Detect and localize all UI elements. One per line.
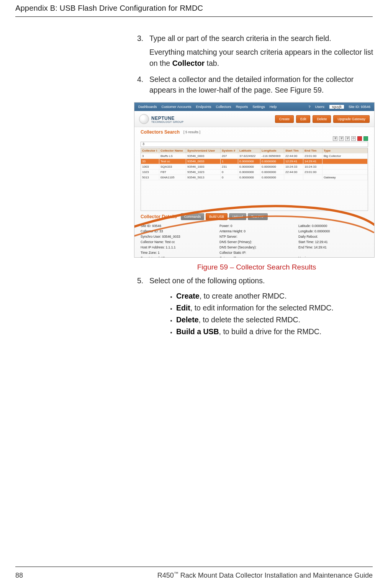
table-cell: SQA333 [159,164,186,169]
step-4: Select a collector and the detailed info… [134,74,379,96]
detail-field: Antenna Height: 0 [219,229,289,233]
table-cell [323,164,368,169]
sort-desc-icon[interactable]: ⧩ [345,136,350,141]
neptune-logo-icon [139,114,149,124]
edit-button[interactable]: Edit [296,115,311,123]
detail-field: Synchro User: 93546_0033 [141,235,210,238]
page-header-title: Appendix B: USB Flash Drive Configuratio… [15,4,373,13]
step-5-text: Select one of the following options. [149,276,265,285]
table-cell: 3 [141,153,159,158]
step-4-text: Select a collector and the detailed info… [149,75,354,94]
export-green-icon[interactable] [363,136,368,141]
table-cell: 22:44:00 [284,169,303,175]
table-cell: 1003 [141,164,159,169]
table-cell: 23:01:00 [303,153,323,158]
collectors-search-header: Collectors Search [ 5 results ] [134,127,374,136]
table-row[interactable]: 33Test cc93546_003310.00000000.000000012… [141,158,368,164]
table-cell: 93546_5013 [186,175,221,180]
filter-icon[interactable]: ⧩ [333,136,337,141]
numbered-steps: Type all or part of the search criteria … [134,33,379,95]
col-sync-user[interactable]: Synchronized User [186,148,221,153]
table-cell: 0.0000000 [260,169,284,175]
footer-rule [15,567,373,567]
detail-field: Site ID: 93546 [141,224,210,228]
option-create: Create, to create another RMDC. [176,290,379,302]
step-3-bold-collector: Collector [172,59,205,67]
step-3: Type all or part of the search criteria … [134,33,379,69]
col-longitude[interactable]: Longitude [260,148,284,153]
table-cell: -116.9856969 [260,153,284,158]
nav-collectors[interactable]: Collectors [216,105,231,109]
table-cell: 231 [221,164,238,169]
nav-dashboards[interactable]: Dashboards [138,105,157,109]
table-row[interactable]: 1003SQA33393546_10032310.00000000.000000… [141,164,368,169]
commands-button[interactable]: Commands [181,213,204,220]
table-cell: 22:44:00 [284,153,303,158]
grid-empty-space [141,180,368,211]
delete-button[interactable]: Delete [313,115,331,123]
table-cell: 0 [221,175,238,180]
sort-asc-icon[interactable]: ⧩ [339,136,344,141]
col-latitude[interactable]: Latitude [238,148,260,153]
step-3-line1: Type all or part of the search criteria … [149,34,331,42]
guide-title-model: R450 [157,572,174,579]
table-cell: FBT [159,169,186,175]
table-cell: 0.0000000 [238,158,260,164]
table-cell: Big Collector [323,153,368,158]
table-cell: 33 [141,158,159,164]
detail-field: Collector Name: Test cc [141,240,210,244]
table-row[interactable]: 1023FBT93546_102300.00000000.000000022:4… [141,169,368,175]
col-collector-name[interactable]: Collector Name [159,148,186,153]
screenshot-logo-row: NEPTUNE TECHNOLOGY GROUP Create Edit Del… [134,111,374,127]
col-type[interactable]: Type [323,148,368,153]
nav-help-icon[interactable]: ? [308,105,310,109]
test-ftp-button[interactable]: Test FTP [248,213,268,220]
option-delete-bold: Delete [176,315,199,324]
header-rule [15,16,373,17]
detail-field: Latitude: 0.0000000 [298,224,368,228]
table-cell: 5013 [141,175,159,180]
detail-field: DNS Server (Primary): [219,240,289,244]
collector-details-block: Collector Details Commands Build USB Upl… [134,213,374,258]
option-edit-text: , to edit information for the selected R… [190,304,334,312]
search-input[interactable]: 3 [141,142,368,147]
table-cell [323,158,368,164]
detail-field: Longitude: 0.0000000 [298,229,368,233]
col-system[interactable]: System # [221,148,238,153]
col-collector-id[interactable]: Collector I [141,148,159,153]
nav-site-id: Site ID: 93546 [349,105,370,109]
refresh-icon[interactable]: ⟳ [351,136,356,141]
table-cell: 0.0000000 [238,164,260,169]
nav-user-label: Users: [315,105,325,109]
neptune-logo-sub: TECHNOLOGY GROUP [151,121,184,123]
col-start-time[interactable]: Start Tim [284,148,303,153]
nav-user-dropdown[interactable]: sguyjk [329,105,344,109]
page-number: 88 [15,572,23,580]
create-button[interactable]: Create [275,115,294,123]
export-red-icon[interactable] [357,136,362,141]
detail-field: Start Time: 12:29:41 [298,240,368,244]
nav-endpoints[interactable]: Endpoints [196,105,211,109]
collectors-search-title: Collectors Search [141,129,180,135]
detail-field: Version: [298,256,368,258]
table-row[interactable]: 3Bluffs LS93546_000320737.8224922-116.98… [141,153,368,158]
upgrade-gateway-button[interactable]: Upgrade Gateway [333,115,370,123]
collector-details-columns: Site ID: 93546Power: 0Latitude: 0.000000… [141,224,368,258]
collectors-grid: Collector I Collector Name Synchronized … [141,148,368,211]
nav-reports[interactable]: Reports [236,105,248,109]
option-create-bold: Create [176,292,200,300]
table-row[interactable]: 5013004A110593546_501300.00000000.000000… [141,175,368,180]
option-edit-bold: Edit [176,304,190,312]
step-3-post: tab. [205,59,219,67]
upload-button[interactable]: Upload [229,213,246,220]
build-usb-button[interactable]: Build USB [206,213,228,220]
detail-field: NTP Server: [219,235,289,238]
nav-customer-accounts[interactable]: Customer Accounts [162,105,192,109]
col-end-time[interactable]: End Tim [303,148,323,153]
nav-help[interactable]: Help [270,105,277,109]
guide-title: R450™ Rack Mount Data Collector Installa… [157,571,373,580]
table-cell: 1 [221,158,238,164]
table-cell: 93546_1023 [186,169,221,175]
option-build-usb-text: , to build a drive for the RMDC. [219,327,322,336]
nav-settings[interactable]: Settings [252,105,265,109]
